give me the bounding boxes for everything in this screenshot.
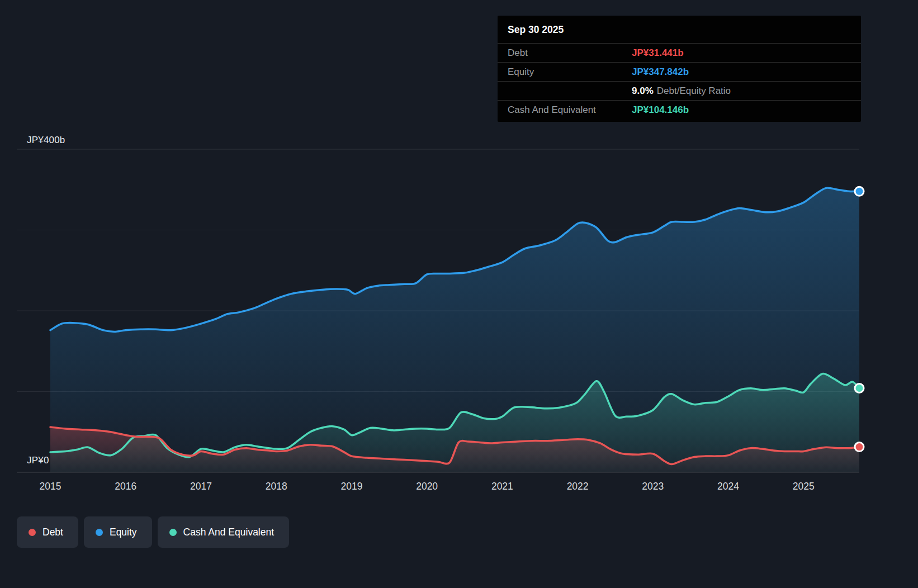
legend-item-label: Cash And Equivalent [183,527,274,538]
x-tick-2015: 2015 [40,481,61,492]
tooltip-date: Sep 30 2025 [498,16,861,43]
tooltip-ratio-value: 9.0% [632,86,654,96]
tooltip-equity-label: Equity [508,67,632,78]
x-tick-2019: 2019 [340,481,362,492]
x-tick-2022: 2022 [567,481,589,492]
legend-item-cash-and-equivalent[interactable]: Cash And Equivalent [158,516,289,548]
tooltip-ratio-value-wrap: 9.0%Debt/Equity Ratio [632,86,731,97]
x-tick-2018: 2018 [266,481,287,492]
tooltip-ratio-label: Debt/Equity Ratio [657,86,731,96]
tooltip-row-debt: Debt JP¥31.441b [498,43,861,62]
tooltip-equity-value: JP¥347.842b [632,67,689,78]
x-tick-2020: 2020 [416,481,438,492]
x-tick-2021: 2021 [491,481,513,492]
legend-item-label: Equity [110,527,137,538]
legend-item-label: Debt [42,527,63,538]
chart-page: { "tooltip": { "date": "Sep 30 2025", "d… [0,0,918,588]
tooltip-row-ratio: 9.0%Debt/Equity Ratio [498,81,861,100]
x-tick-2016: 2016 [115,481,136,492]
cash-and-equivalent-end-marker[interactable] [855,384,864,393]
tooltip-debt-label: Debt [508,48,632,59]
debt-end-marker[interactable] [855,443,864,452]
x-tick-2023: 2023 [642,481,664,492]
tooltip-cash-label: Cash And Equivalent [508,105,632,116]
legend-item-equity[interactable]: Equity [84,516,152,548]
y-axis-label-bottom: JP¥0 [27,455,49,466]
debt-legend-dot-icon [29,529,36,536]
y-axis-label-top: JP¥400b [27,135,65,146]
tooltip-row-cash: Cash And Equivalent JP¥104.146b [498,100,861,119]
x-tick-2017: 2017 [190,481,212,492]
tooltip-row-equity: Equity JP¥347.842b [498,62,861,81]
tooltip-cash-value: JP¥104.146b [632,105,689,116]
x-tick-2025: 2025 [793,481,815,492]
tooltip-debt-value: JP¥31.441b [632,48,684,59]
tooltip: Sep 30 2025 Debt JP¥31.441b Equity JP¥34… [498,16,861,122]
legend-item-debt[interactable]: Debt [17,516,78,548]
legend: DebtEquityCash And Equivalent [17,516,289,548]
cash-and-equivalent-legend-dot-icon [169,529,177,536]
x-tick-2024: 2024 [717,481,739,492]
equity-legend-dot-icon [96,529,103,536]
equity-end-marker[interactable] [855,187,864,196]
